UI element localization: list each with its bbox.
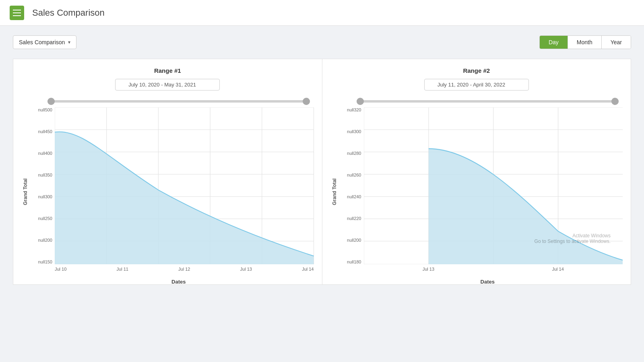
y-tick: null250 bbox=[38, 216, 52, 221]
x-tick: Jul 14 bbox=[302, 267, 314, 272]
slider-left-handle-range1[interactable] bbox=[47, 98, 55, 105]
y-tick: null150 bbox=[38, 259, 52, 264]
charts-container: Range #1 📅 Grand Total bbox=[13, 59, 631, 285]
y-tick: null200 bbox=[38, 238, 52, 243]
y-tick: null180 bbox=[347, 259, 361, 264]
chart-plot-range1 bbox=[55, 107, 314, 264]
y-tick: null300 bbox=[38, 194, 52, 199]
chart-panel-range1: Range #1 📅 Grand Total bbox=[13, 59, 322, 285]
x-tick: Jul 11 bbox=[117, 267, 128, 272]
x-tick: Jul 14 bbox=[552, 267, 564, 272]
y-tick: null260 bbox=[347, 173, 361, 177]
chart-plot-range2 bbox=[364, 107, 623, 264]
chart-wrapper-range2: Grand Total null320 null300 null280 null… bbox=[330, 107, 623, 276]
y-tick: null500 bbox=[38, 107, 52, 112]
y-tick: null450 bbox=[38, 129, 52, 134]
x-axis-label-range2: Dates bbox=[330, 279, 623, 285]
chart-wrapper-range1: Grand Total null500 null450 null400 null… bbox=[21, 107, 314, 276]
slider-right-handle-range1[interactable] bbox=[303, 98, 310, 105]
y-tick: null280 bbox=[347, 151, 361, 156]
date-range-input-range1: 📅 bbox=[21, 79, 314, 90]
menu-button[interactable] bbox=[10, 6, 24, 20]
date-range-field-range2[interactable] bbox=[424, 79, 529, 90]
month-button[interactable]: Month bbox=[568, 36, 602, 49]
x-tick: Jul 13 bbox=[423, 267, 434, 272]
main-content: Sales Comparison ▾ Day Month Year Range … bbox=[0, 26, 644, 294]
y-tick: null320 bbox=[347, 107, 361, 112]
toolbar: Sales Comparison ▾ Day Month Year bbox=[13, 35, 631, 49]
page-title: Sales Comparison bbox=[32, 8, 105, 18]
y-tick: null200 bbox=[347, 238, 361, 243]
y-tick: null400 bbox=[38, 151, 52, 156]
y-tick: null220 bbox=[347, 216, 361, 221]
chart-title-range1: Range #1 bbox=[21, 67, 314, 74]
y-axis-label-range1: Grand Total bbox=[21, 107, 29, 276]
x-tick: Jul 10 bbox=[55, 267, 66, 272]
chart-panel-range2: Range #2 📅 Grand Total bbox=[322, 59, 632, 285]
y-tick: null240 bbox=[347, 194, 361, 199]
sales-comparison-dropdown[interactable]: Sales Comparison ▾ bbox=[13, 35, 76, 49]
slider-left-handle-range2[interactable] bbox=[357, 98, 364, 105]
chart-title-range2: Range #2 bbox=[330, 67, 623, 74]
x-axis-range2: Jul 13 Jul 14 bbox=[364, 264, 623, 276]
y-axis-label-range2: Grand Total bbox=[330, 107, 339, 276]
date-range-input-range2: 📅 bbox=[330, 79, 623, 90]
year-button[interactable]: Year bbox=[602, 36, 631, 49]
x-tick: Jul 13 bbox=[240, 267, 252, 272]
period-selector: Day Month Year bbox=[539, 35, 631, 49]
day-button[interactable]: Day bbox=[540, 36, 568, 49]
x-axis-label-range1: Dates bbox=[21, 279, 314, 285]
x-axis-range1: Jul 10 Jul 11 Jul 12 Jul 13 Jul 14 bbox=[55, 264, 314, 276]
chevron-down-icon: ▾ bbox=[68, 39, 70, 45]
y-tick: null300 bbox=[347, 129, 361, 134]
x-tick: Jul 12 bbox=[178, 267, 190, 272]
top-header: Sales Comparison bbox=[0, 0, 644, 26]
y-tick: null350 bbox=[38, 173, 52, 177]
date-range-field-range1[interactable] bbox=[115, 79, 220, 90]
slider-right-handle-range2[interactable] bbox=[611, 98, 619, 105]
